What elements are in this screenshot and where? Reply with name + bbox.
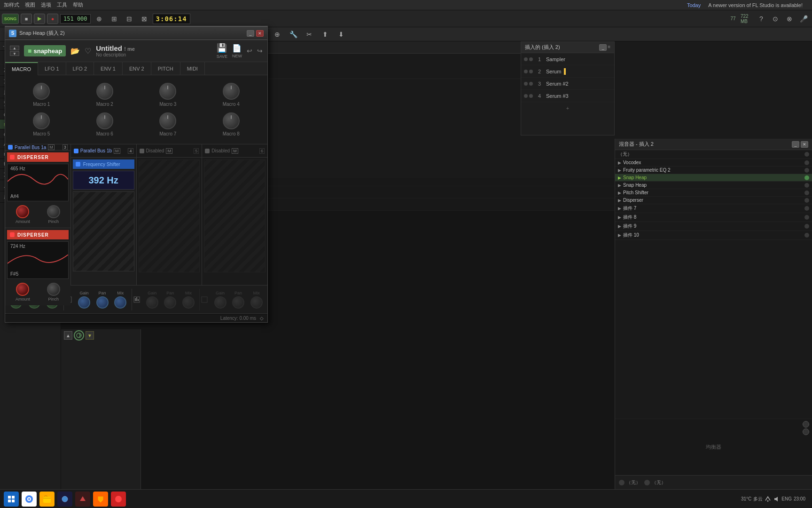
- gain3-mix-knob[interactable]: [182, 296, 195, 309]
- icon-snap[interactable]: ⊙: [769, 12, 782, 25]
- macro1-knob[interactable]: [33, 83, 50, 100]
- slot2-m[interactable]: M: [114, 148, 120, 154]
- taskbar-chrome[interactable]: [22, 492, 37, 507]
- disperser1-power[interactable]: [10, 155, 15, 159]
- fx-slot-disperser-btn[interactable]: [804, 198, 809, 203]
- tab-env1[interactable]: ENV 1: [94, 62, 123, 75]
- piano-scroll-up[interactable]: ▲: [64, 331, 72, 340]
- rack-solo1[interactable]: [529, 57, 533, 61]
- slot3-m[interactable]: M: [166, 148, 172, 154]
- nav-down[interactable]: ▼: [10, 51, 19, 56]
- gain3-pan-knob[interactable]: [164, 296, 176, 309]
- slot2-led[interactable]: [74, 149, 78, 153]
- rack-solo2[interactable]: [529, 70, 533, 73]
- fx-slot-none-btn[interactable]: [804, 152, 809, 157]
- eq-ctrl1[interactable]: [803, 421, 809, 428]
- icon-mic[interactable]: 🎤: [797, 12, 810, 25]
- fx-slot-snapheap-btn[interactable]: [804, 175, 809, 180]
- fx-expand2[interactable]: ▶: [618, 168, 621, 173]
- disperser1-pinch-knob[interactable]: [47, 205, 60, 218]
- menu-item-tools[interactable]: 工具: [57, 1, 67, 8]
- disperser1-display[interactable]: 465 Hz A#4: [7, 164, 69, 201]
- eq-ctrl2[interactable]: [803, 429, 809, 435]
- icon-btn-2[interactable]: ⊞: [108, 12, 121, 25]
- freq-display[interactable]: 392 Hz: [73, 171, 134, 190]
- fx-slot-10[interactable]: ▶ 插件 10: [615, 231, 812, 240]
- nav-up[interactable]: ▲: [10, 46, 19, 50]
- rack-item-sampler[interactable]: 1 Sampler: [521, 53, 614, 65]
- stop-btn[interactable]: ■: [21, 14, 32, 24]
- window-close[interactable]: ✕: [256, 30, 264, 37]
- icon-rec[interactable]: ⊗: [783, 12, 796, 25]
- slot1-m[interactable]: M: [48, 144, 55, 150]
- slot1-led[interactable]: [8, 145, 13, 150]
- fx-slot-8[interactable]: ▶ 插件 8: [615, 213, 812, 222]
- disperser2-pinch-knob[interactable]: [47, 283, 60, 296]
- menu-item-styles[interactable]: 加样式: [4, 1, 19, 8]
- icon-help[interactable]: ?: [755, 12, 768, 25]
- slot4-m[interactable]: M: [232, 148, 238, 154]
- undo-btn[interactable]: ↩: [247, 47, 252, 55]
- tab-env2[interactable]: ENV 2: [123, 62, 151, 75]
- slot2-num[interactable]: 4: [128, 148, 133, 154]
- freq-shifter-led[interactable]: [76, 162, 80, 167]
- redo-btn[interactable]: ↪: [257, 47, 263, 55]
- rack-mute3[interactable]: [524, 82, 528, 86]
- gain2-pan-knob[interactable]: [96, 296, 109, 309]
- tab-lfo1[interactable]: LFO 1: [38, 62, 66, 75]
- fx-slot-eq[interactable]: ▶ Fruity parametric EQ 2: [615, 167, 812, 174]
- gain3-gain-knob[interactable]: [146, 296, 158, 309]
- fx-expand4[interactable]: ▶: [618, 183, 621, 188]
- macro5-knob[interactable]: [33, 112, 50, 129]
- disperser1-amount-knob[interactable]: [16, 205, 29, 218]
- fx-slot-8-btn[interactable]: [804, 215, 809, 220]
- new-btn[interactable]: 📄: [232, 44, 242, 53]
- mixer-minimize[interactable]: _: [792, 141, 799, 148]
- rack-mute1[interactable]: [524, 57, 528, 61]
- gain4-mix-knob[interactable]: [250, 296, 263, 309]
- macro2-knob[interactable]: [96, 83, 113, 100]
- rack-mute4[interactable]: [524, 94, 528, 98]
- rack-mute2[interactable]: [524, 70, 528, 73]
- fx-expand3[interactable]: ▶: [618, 175, 621, 180]
- macro3-knob[interactable]: [159, 83, 176, 100]
- taskbar-fl-studio[interactable]: [93, 492, 108, 507]
- taskbar-app4[interactable]: [75, 492, 90, 507]
- toolbar2-icon12[interactable]: 🔧: [287, 28, 300, 41]
- record-btn[interactable]: ●: [47, 14, 58, 24]
- icon-btn-1[interactable]: ⊕: [93, 12, 106, 25]
- piano-scroll-down[interactable]: ▼: [86, 331, 94, 340]
- rack-add[interactable]: +: [521, 102, 614, 114]
- save-btn[interactable]: 💾: [217, 43, 227, 53]
- toolbar2-icon13[interactable]: ✂: [303, 28, 316, 41]
- disperser2-amount-knob[interactable]: [16, 283, 29, 296]
- fx-expand8[interactable]: ▶: [618, 215, 621, 220]
- piano-loop-icon[interactable]: [74, 330, 84, 341]
- fx-slot-snapheap2[interactable]: ▶ Snap Heap: [615, 182, 812, 189]
- menu-item-help[interactable]: 帮助: [73, 1, 83, 8]
- plugin-folder-icon[interactable]: 📂: [70, 47, 80, 56]
- rack-item-serum[interactable]: 2 Serum: [521, 65, 614, 78]
- macro4-knob[interactable]: [223, 83, 240, 100]
- rack-minimize[interactable]: _: [599, 44, 607, 51]
- bpm-display[interactable]: 151 000: [60, 14, 91, 24]
- fx-expand7[interactable]: ▶: [618, 206, 621, 211]
- rack-item-serum2[interactable]: 3 Serum #2: [521, 78, 614, 90]
- rack-more[interactable]: ≡: [608, 44, 610, 51]
- fx-expand5[interactable]: ▶: [618, 190, 621, 195]
- slot1-num[interactable]: 3: [62, 144, 68, 150]
- taskbar-explorer[interactable]: [39, 492, 55, 507]
- fx-expand1[interactable]: ▶: [618, 160, 621, 165]
- icon-btn-3[interactable]: ⊟: [123, 12, 136, 25]
- fx-slot-9-btn[interactable]: [804, 224, 809, 229]
- rack-solo4[interactable]: [529, 94, 533, 98]
- fx-slot-pitch-btn[interactable]: [804, 190, 809, 195]
- fx-slot-eq-btn[interactable]: [804, 168, 809, 173]
- none1-btn[interactable]: [619, 480, 625, 485]
- fx-slot-vocodex[interactable]: ▶ Vocodex: [615, 159, 812, 167]
- fx-slot-snapheap2-btn[interactable]: [804, 183, 809, 188]
- fx-expand10[interactable]: ▶: [618, 233, 621, 238]
- gain2-mix-knob[interactable]: [114, 296, 126, 309]
- slot4-led[interactable]: [205, 149, 210, 153]
- fx-expand6[interactable]: ▶: [618, 198, 621, 203]
